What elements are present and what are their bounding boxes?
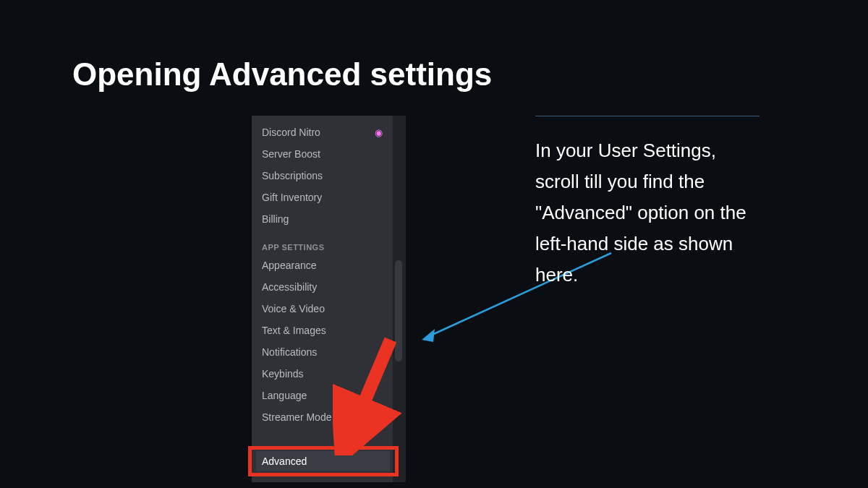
sidebar-category-app-settings: APP SETTINGS [259,230,386,254]
svg-marker-4 [422,329,435,342]
sidebar-item-appearance[interactable]: Appearance [259,254,386,276]
sidebar-item-text-images[interactable]: Text & Images [259,320,386,341]
instruction-panel: In your User Settings, scroll till you f… [535,116,760,290]
sidebar-item-subscriptions[interactable]: Subscriptions [259,165,386,187]
sidebar-item-server-boost[interactable]: Server Boost [259,143,386,165]
sidebar-item-label: Appearance [262,260,317,271]
discord-settings-panel: Discord Nitro ◉ Server Boost Subscriptio… [252,116,406,482]
scrollbar-thumb[interactable] [395,260,402,361]
sidebar-item-label: Accessibility [262,281,317,293]
discord-scrollbar[interactable] [393,116,406,482]
discord-sidebar: Discord Nitro ◉ Server Boost Subscriptio… [252,116,393,482]
sidebar-item-streamer-mode[interactable]: Streamer Mode [259,406,386,428]
sidebar-item-label: Billing [262,213,289,225]
sidebar-item-label: Text & Images [262,325,326,336]
sidebar-item-label: Keybinds [262,368,304,380]
sidebar-item-label: Voice & Video [262,303,325,314]
sidebar-item-label: Discord Nitro [262,127,320,138]
sidebar-item-voice-video[interactable]: Voice & Video [259,298,386,320]
sidebar-item-label: Gift Inventory [262,192,322,203]
instruction-divider [535,116,760,116]
nitro-icon: ◉ [375,127,383,138]
sidebar-item-accessibility[interactable]: Accessibility [259,276,386,298]
sidebar-item-label: Streamer Mode [262,411,331,423]
sidebar-item-gift-inventory[interactable]: Gift Inventory [259,187,386,208]
sidebar-item-keybinds[interactable]: Keybinds [259,363,386,385]
sidebar-item-label: Notifications [262,346,317,358]
sidebar-item-advanced[interactable]: Advanced [256,451,390,471]
slide-title: Opening Advanced settings [72,56,492,93]
sidebar-item-label: Subscriptions [262,170,323,181]
sidebar-item-billing[interactable]: Billing [259,208,386,230]
sidebar-item-label: Server Boost [262,148,320,160]
sidebar-item-notifications[interactable]: Notifications [259,341,386,363]
sidebar-item-language[interactable]: Language [259,385,386,406]
sidebar-item-label: Language [262,390,307,401]
instruction-text: In your User Settings, scroll till you f… [535,135,760,290]
sidebar-item-discord-nitro[interactable]: Discord Nitro ◉ [259,121,386,143]
